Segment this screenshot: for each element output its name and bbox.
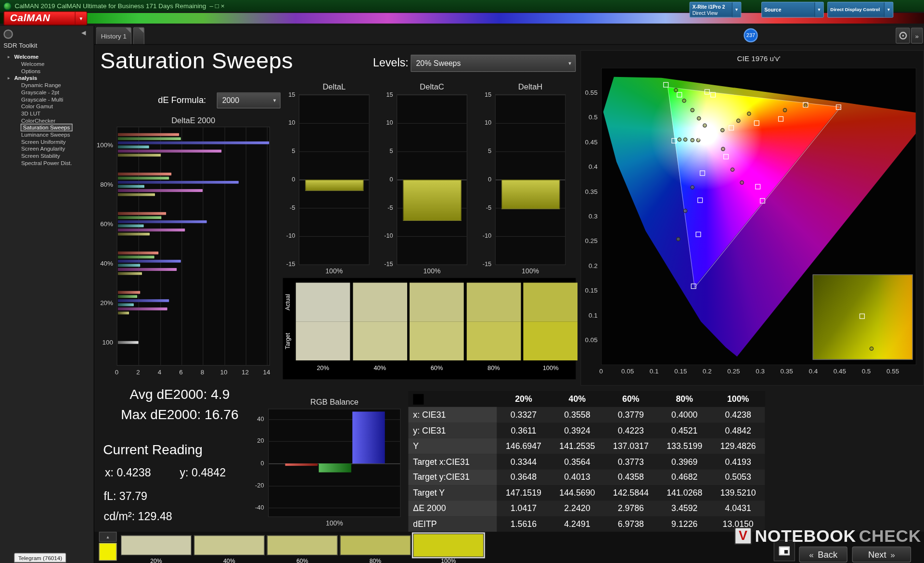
formula-dropdown[interactable]: 2000 ▼	[217, 92, 281, 108]
de-bar-red	[118, 173, 171, 176]
advance-button[interactable]: »	[911, 28, 923, 44]
de-bar-green	[118, 295, 137, 298]
rgb-bar-red	[285, 463, 318, 466]
axis-tick-label: 0.5	[580, 114, 598, 121]
table-cell: 0.4842	[711, 422, 765, 438]
display-control-label: Direct Display Control	[830, 7, 882, 13]
sweep-swatch-label: 40%	[194, 558, 265, 563]
sidebar-item-3d-lut[interactable]: 3D LUT	[0, 110, 94, 117]
measurement-marker	[783, 108, 787, 112]
tab-history-1[interactable]: History 1	[96, 27, 131, 44]
meter-dropdown[interactable]: X-Rite i1Pro 2 Direct View ▼	[690, 2, 742, 18]
table-corner-cell	[409, 391, 497, 407]
minimize-button[interactable]: –	[209, 2, 213, 10]
target-marker	[700, 170, 705, 176]
expand-strip-button[interactable]: ▲	[99, 532, 117, 542]
calman-logo-label: CalMAN	[4, 13, 75, 24]
measurement-marker	[676, 237, 680, 241]
table-cell: 0.4223	[604, 422, 657, 438]
axis-tick-label: 40	[257, 415, 264, 422]
gridline	[397, 152, 466, 152]
sweep-swatch-label: 80%	[340, 558, 411, 563]
target-marker	[671, 138, 677, 143]
source-dropdown[interactable]: Source ▼	[761, 2, 824, 18]
table-row-label: Target y:CIE31	[409, 469, 497, 485]
sidebar-item-dynamic-range[interactable]: Dynamic Range	[0, 82, 94, 89]
meter-count-badge[interactable]: 237	[744, 28, 757, 42]
sidebar-item-spectral-power-dist[interactable]: Spectral Power Dist.	[0, 160, 94, 167]
table-cell: 141.0268	[658, 485, 711, 500]
table-cell: 133.5199	[658, 438, 711, 454]
sidebar-item-color-gamut[interactable]: Color Gamut	[0, 103, 94, 110]
deltah-x-label: 100%	[495, 268, 566, 275]
table-cell: 0.3924	[551, 422, 604, 438]
sidebar-item-screen-stability[interactable]: Screen Stability	[0, 153, 94, 160]
cie-y-axis: 0.550.50.450.40.350.30.250.20.150.10.05	[580, 68, 599, 365]
table-row: dEITP1.56164.24916.97389.122613.0150	[409, 516, 765, 532]
axis-tick-label: 15	[288, 90, 295, 98]
sidebar-item-welcome[interactable]: Welcome	[0, 61, 94, 68]
axis-tick-label: 12	[239, 369, 251, 376]
sidebar-item-label: Screen Stability	[21, 153, 60, 159]
gridline	[203, 127, 204, 365]
display-control-dropdown[interactable]: Direct Display Control ▼	[827, 2, 893, 18]
close-button[interactable]: ×	[221, 2, 225, 10]
deltah-chart-plot	[495, 94, 566, 265]
axis-tick-label: 0	[593, 368, 609, 375]
sidebar-item-screen-angularity[interactable]: Screen Angularity	[0, 145, 94, 153]
sweep-swatch-80[interactable]	[340, 535, 411, 555]
sidebar-item-screen-uniformity[interactable]: Screen Uniformity	[0, 139, 94, 146]
next-button[interactable]: Next »	[852, 547, 911, 563]
swatch-label: 20%	[296, 364, 350, 371]
table-row: x: CIE310.33270.35580.37790.40000.4238	[409, 407, 765, 422]
sweep-swatch-100[interactable]	[413, 534, 484, 557]
actual-target-panel: Actual Target 20%40%60%80%100%	[283, 278, 576, 380]
measurement-marker	[869, 347, 873, 351]
sidebar-item-luminance-sweeps[interactable]: Luminance Sweeps	[0, 131, 94, 139]
table-cell: 9.1226	[658, 516, 711, 532]
axis-tick-label: 0.3	[753, 368, 768, 375]
table-cell: 141.2535	[551, 438, 604, 454]
deltal-x-label: 100%	[299, 268, 370, 275]
sidebar-section-welcome[interactable]: ▸Welcome	[0, 53, 94, 61]
sidebar-item-saturation-sweeps[interactable]: Saturation Sweeps	[0, 124, 94, 131]
sweep-swatch-60[interactable]	[267, 535, 338, 555]
deltac-y-axis: 151050-5-10-15	[375, 94, 395, 265]
tab-new-stub[interactable]	[133, 27, 144, 44]
levels-dropdown[interactable]: 20% Sweeps ▼	[411, 55, 576, 72]
sweep-swatch-20[interactable]	[121, 535, 192, 555]
table-cell: 0.5053	[711, 469, 765, 485]
page-title: Saturation Sweeps	[100, 48, 293, 74]
calman-logo-menu[interactable]: CalMAN ▼	[3, 11, 87, 25]
max-de2000: Max dE2000: 16.76	[103, 407, 256, 423]
reading-x: x: 0.4238	[105, 466, 151, 479]
gridline	[496, 95, 565, 95]
table-cell: 0.3611	[497, 422, 550, 438]
sidebar-item-colorchecker[interactable]: ColorChecker	[0, 117, 94, 125]
sidebar-item-options[interactable]: Options	[0, 68, 94, 75]
sidebar-collapse-button[interactable]: ◀	[81, 29, 86, 36]
target-marker	[803, 102, 808, 107]
sidebar-item-grayscale-multi[interactable]: Grayscale - Multi	[0, 96, 94, 103]
swatch-label: 40%	[353, 364, 407, 371]
back-button[interactable]: « Back	[799, 547, 847, 563]
workflow-title: SDR Toolkit	[3, 42, 37, 49]
settings-button[interactable]	[896, 28, 910, 44]
double-chevron-left-icon: «	[809, 550, 814, 559]
de-bar-blue	[118, 299, 169, 302]
axis-tick-label: -10	[286, 232, 295, 239]
table-row: Target y:CIE310.36480.40130.43580.46820.…	[409, 469, 765, 485]
taskbar-telegram-item[interactable]: Telegram (76014)	[14, 553, 66, 563]
fit-screen-button[interactable]	[774, 540, 795, 561]
sidebar-item-grayscale-2pt[interactable]: Grayscale - 2pt	[0, 89, 94, 96]
table-row-label: Target Y	[409, 485, 497, 500]
de-bar-cyan	[118, 185, 145, 188]
maximize-button[interactable]: □	[215, 2, 219, 10]
measurement-marker	[747, 112, 751, 116]
table-cell: 0.3969	[658, 454, 711, 469]
axis-tick-label: 100	[89, 339, 113, 346]
axis-tick-label: 0.15	[673, 368, 688, 375]
sweep-swatch-40[interactable]	[194, 535, 265, 555]
sidebar-options-button[interactable]	[3, 29, 13, 39]
sidebar-section-analysis[interactable]: ▸Analysis	[0, 75, 94, 82]
